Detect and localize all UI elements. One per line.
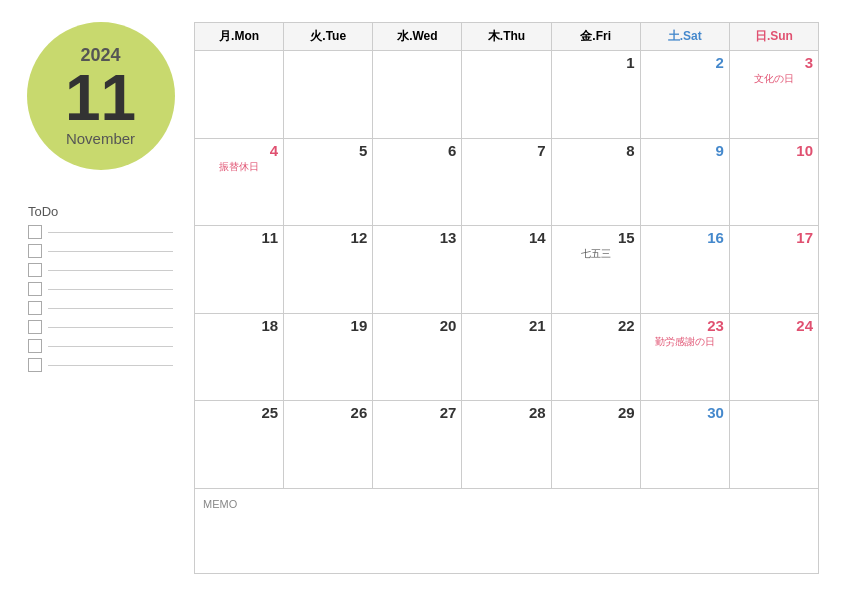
- day-number: 26: [289, 404, 367, 421]
- todo-checkbox-6[interactable]: [28, 320, 42, 334]
- todo-item-6[interactable]: [28, 320, 173, 334]
- sidebar: 2024 11 November ToDo: [23, 22, 178, 574]
- day-number: 24: [735, 317, 813, 334]
- day-number: 27: [378, 404, 456, 421]
- calendar-header-row: 月.Mon 火.Tue 水.Wed 木.Thu 金.Fri 土.Sat 日.Su…: [195, 23, 819, 51]
- todo-checkbox-7[interactable]: [28, 339, 42, 353]
- badge-month-name: November: [66, 130, 135, 147]
- cal-cell-w1-d6: 2: [640, 51, 729, 139]
- day-number: 9: [646, 142, 724, 159]
- memo-cell: MEMO: [195, 488, 819, 573]
- todo-checkbox-5[interactable]: [28, 301, 42, 315]
- calendar-week-2: 4振替休日5678910: [195, 138, 819, 226]
- cal-cell-w2-d4: 7: [462, 138, 551, 226]
- cal-cell-w1-d2: [284, 51, 373, 139]
- cal-cell-w1-d7: 3文化の日: [729, 51, 818, 139]
- todo-checkbox-4[interactable]: [28, 282, 42, 296]
- cal-cell-w4-d7: 24: [729, 313, 818, 401]
- day-event: 勤労感謝の日: [646, 336, 724, 349]
- day-number: 16: [646, 229, 724, 246]
- cal-cell-w4-d5: 22: [551, 313, 640, 401]
- todo-line-3: [48, 270, 173, 271]
- cal-cell-w4-d3: 20: [373, 313, 462, 401]
- day-number: 1: [557, 54, 635, 71]
- calendar-week-4: 181920212223勤労感謝の日24: [195, 313, 819, 401]
- todo-line-2: [48, 251, 173, 252]
- th-tue: 火.Tue: [284, 23, 373, 51]
- cal-cell-w3-d3: 13: [373, 226, 462, 314]
- month-badge: 2024 11 November: [27, 22, 175, 170]
- todo-line-1: [48, 232, 173, 233]
- todo-label: ToDo: [28, 204, 173, 219]
- cal-cell-w1-d3: [373, 51, 462, 139]
- cal-cell-w1-d5: 1: [551, 51, 640, 139]
- calendar-body: 123文化の日4振替休日56789101112131415七五三16171819…: [195, 51, 819, 574]
- day-number: 18: [200, 317, 278, 334]
- memo-label: MEMO: [203, 498, 237, 510]
- cal-cell-w1-d1: [195, 51, 284, 139]
- day-number: 8: [557, 142, 635, 159]
- todo-checkbox-2[interactable]: [28, 244, 42, 258]
- cal-cell-w3-d1: 11: [195, 226, 284, 314]
- day-number: 2: [646, 54, 724, 71]
- calendar-week-1: 123文化の日: [195, 51, 819, 139]
- cal-cell-w3-d6: 16: [640, 226, 729, 314]
- todo-item-3[interactable]: [28, 263, 173, 277]
- day-number: 29: [557, 404, 635, 421]
- todo-item-1[interactable]: [28, 225, 173, 239]
- day-number: 22: [557, 317, 635, 334]
- th-mon: 月.Mon: [195, 23, 284, 51]
- day-number: 12: [289, 229, 367, 246]
- cal-cell-w4-d2: 19: [284, 313, 373, 401]
- th-thu: 木.Thu: [462, 23, 551, 51]
- day-number: 23: [646, 317, 724, 334]
- day-number: 6: [378, 142, 456, 159]
- day-number: 21: [467, 317, 545, 334]
- cal-cell-w5-d6: 30: [640, 401, 729, 489]
- page: 2024 11 November ToDo: [11, 10, 831, 586]
- day-number: 19: [289, 317, 367, 334]
- calendar-week-5: 252627282930: [195, 401, 819, 489]
- cal-cell-w3-d5: 15七五三: [551, 226, 640, 314]
- todo-line-5: [48, 308, 173, 309]
- todo-item-5[interactable]: [28, 301, 173, 315]
- cal-cell-w2-d2: 5: [284, 138, 373, 226]
- day-number: 13: [378, 229, 456, 246]
- todo-item-7[interactable]: [28, 339, 173, 353]
- day-number: 30: [646, 404, 724, 421]
- todo-item-2[interactable]: [28, 244, 173, 258]
- day-number: 4: [200, 142, 278, 159]
- cal-cell-w2-d6: 9: [640, 138, 729, 226]
- day-event: 文化の日: [735, 73, 813, 86]
- cal-cell-w5-d5: 29: [551, 401, 640, 489]
- cal-cell-w2-d1: 4振替休日: [195, 138, 284, 226]
- calendar-week-3: 1112131415七五三1617: [195, 226, 819, 314]
- cal-cell-w5-d3: 27: [373, 401, 462, 489]
- cal-cell-w3-d4: 14: [462, 226, 551, 314]
- todo-section: ToDo: [28, 204, 173, 377]
- day-event: 振替休日: [200, 161, 278, 174]
- todo-line-8: [48, 365, 173, 366]
- cal-cell-w1-d4: [462, 51, 551, 139]
- day-number: 17: [735, 229, 813, 246]
- day-number: 20: [378, 317, 456, 334]
- cal-cell-w5-d1: 25: [195, 401, 284, 489]
- todo-checkbox-3[interactable]: [28, 263, 42, 277]
- todo-checkbox-8[interactable]: [28, 358, 42, 372]
- todo-item-8[interactable]: [28, 358, 173, 372]
- day-number: 10: [735, 142, 813, 159]
- th-wed: 水.Wed: [373, 23, 462, 51]
- todo-checkbox-1[interactable]: [28, 225, 42, 239]
- cal-cell-w5-d2: 26: [284, 401, 373, 489]
- todo-item-4[interactable]: [28, 282, 173, 296]
- cal-cell-w2-d7: 10: [729, 138, 818, 226]
- day-number: 11: [200, 229, 278, 246]
- calendar-table: 月.Mon 火.Tue 水.Wed 木.Thu 金.Fri 土.Sat 日.Su…: [194, 22, 819, 574]
- todo-line-4: [48, 289, 173, 290]
- th-fri: 金.Fri: [551, 23, 640, 51]
- cal-cell-w5-d4: 28: [462, 401, 551, 489]
- day-number: 28: [467, 404, 545, 421]
- day-number: 3: [735, 54, 813, 71]
- cal-cell-w3-d2: 12: [284, 226, 373, 314]
- cal-cell-w2-d3: 6: [373, 138, 462, 226]
